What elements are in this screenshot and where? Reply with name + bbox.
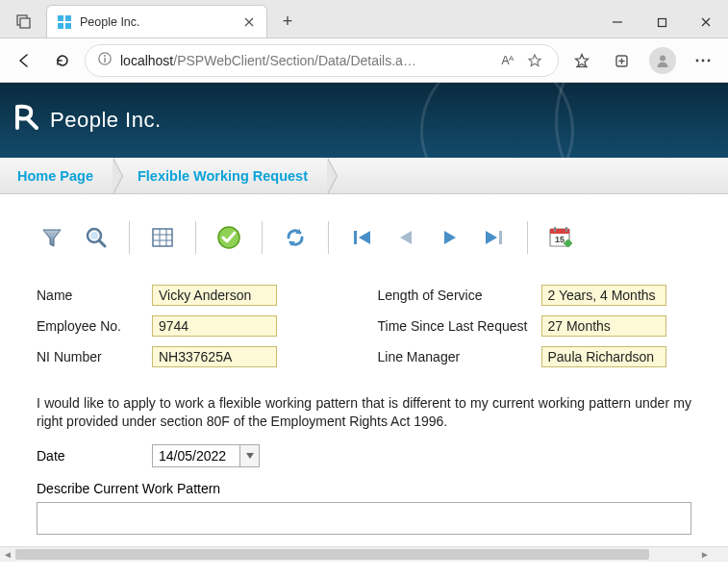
svg-rect-1 bbox=[20, 18, 30, 28]
svg-rect-2 bbox=[58, 15, 63, 21]
calendar-button[interactable]: 15 bbox=[545, 222, 576, 253]
logo-mark-icon bbox=[12, 103, 40, 138]
separator-icon bbox=[262, 221, 263, 254]
value-ni: NH337625A bbox=[152, 346, 277, 367]
refresh-data-button[interactable] bbox=[280, 222, 311, 253]
action-bar: 15 bbox=[37, 221, 691, 254]
approve-button[interactable] bbox=[213, 222, 244, 253]
svg-point-16 bbox=[708, 59, 711, 62]
app-logo: People Inc. bbox=[12, 103, 162, 138]
label-name: Name bbox=[37, 288, 152, 303]
date-input[interactable] bbox=[153, 445, 239, 466]
declaration-paragraph: I would like to apply to work a flexible… bbox=[37, 394, 691, 431]
label-employee-no: Employee No. bbox=[37, 318, 152, 334]
filter-button[interactable] bbox=[37, 222, 67, 253]
svg-point-9 bbox=[104, 55, 106, 57]
svg-rect-3 bbox=[65, 15, 71, 21]
svg-rect-4 bbox=[58, 23, 63, 29]
label-ni: NI Number bbox=[37, 349, 152, 364]
scroll-right-button[interactable]: ► bbox=[697, 547, 713, 563]
separator-icon bbox=[328, 221, 329, 254]
value-name: Vicky Anderson bbox=[152, 285, 277, 306]
svg-rect-30 bbox=[554, 227, 556, 232]
browser-tab[interactable]: People Inc. bbox=[46, 5, 267, 38]
value-los: 2 Years, 4 Months bbox=[541, 285, 666, 306]
breadcrumb-home[interactable]: Home Page bbox=[0, 158, 113, 193]
address-bar[interactable]: localhost/PSPWebClient/Section/Data/Deta… bbox=[85, 44, 559, 77]
label-los: Length of Service bbox=[378, 288, 541, 303]
label-tslr: Time Since Last Request bbox=[378, 318, 541, 334]
minimize-button[interactable] bbox=[595, 7, 640, 38]
read-aloud-button[interactable]: Aᴬ bbox=[496, 49, 519, 72]
value-manager: Paula Richardson bbox=[541, 346, 666, 367]
svg-text:15: 15 bbox=[555, 235, 565, 244]
separator-icon bbox=[195, 221, 196, 254]
page-body: 15 Name Vicky Anderson Employee No. 9744… bbox=[0, 194, 728, 560]
site-info-icon[interactable] bbox=[97, 51, 113, 69]
svg-point-15 bbox=[702, 59, 705, 62]
maximize-button[interactable] bbox=[640, 7, 684, 38]
svg-rect-27 bbox=[499, 231, 502, 244]
refresh-button[interactable] bbox=[46, 44, 79, 77]
svg-point-14 bbox=[696, 59, 699, 62]
svg-rect-7 bbox=[658, 18, 665, 26]
tab-close-button[interactable] bbox=[241, 14, 257, 30]
value-tslr: 27 Months bbox=[541, 315, 666, 337]
tab-title: People Inc. bbox=[80, 15, 140, 29]
search-button[interactable] bbox=[81, 222, 112, 253]
prev-record-button[interactable] bbox=[390, 222, 421, 253]
svg-rect-5 bbox=[65, 23, 71, 29]
last-record-button[interactable] bbox=[479, 222, 510, 253]
separator-icon bbox=[527, 221, 528, 254]
first-record-button[interactable] bbox=[346, 222, 377, 253]
grid-button[interactable] bbox=[147, 222, 178, 253]
label-date: Date bbox=[37, 448, 152, 464]
breadcrumb: Home Page Flexible Working Request bbox=[0, 158, 728, 194]
collections-button[interactable] bbox=[605, 43, 640, 78]
separator-icon bbox=[129, 221, 130, 254]
work-pattern-textarea[interactable] bbox=[37, 502, 691, 535]
scroll-thumb[interactable] bbox=[15, 549, 649, 560]
next-record-button[interactable] bbox=[435, 222, 465, 253]
date-dropdown-button[interactable] bbox=[239, 445, 259, 466]
more-button[interactable] bbox=[686, 43, 720, 78]
tab-actions-button[interactable] bbox=[8, 6, 40, 37]
favorites-button[interactable] bbox=[565, 43, 599, 78]
form-col-right: Length of Service 2 Years, 4 Months Time… bbox=[378, 285, 692, 377]
scroll-left-button[interactable]: ◄ bbox=[0, 547, 15, 563]
svg-point-18 bbox=[90, 232, 98, 239]
browser-toolbar: localhost/PSPWebClient/Section/Data/Deta… bbox=[0, 38, 728, 83]
scroll-track[interactable] bbox=[15, 547, 697, 562]
tab-well: People Inc. + bbox=[0, 5, 302, 38]
brand-name: People Inc. bbox=[50, 108, 162, 133]
favicon-icon bbox=[57, 14, 72, 30]
svg-rect-20 bbox=[153, 229, 172, 246]
favorite-button[interactable] bbox=[523, 49, 546, 72]
app-banner: People Inc. bbox=[0, 83, 728, 158]
close-window-button[interactable] bbox=[684, 7, 728, 38]
horizontal-scrollbar[interactable]: ◄ ► bbox=[0, 546, 728, 562]
back-button[interactable] bbox=[8, 44, 40, 77]
label-manager: Line Manager bbox=[378, 349, 541, 364]
new-tab-button[interactable]: + bbox=[273, 7, 302, 36]
window-controls bbox=[595, 7, 728, 38]
svg-rect-31 bbox=[565, 227, 567, 232]
svg-rect-10 bbox=[104, 58, 105, 63]
breadcrumb-current[interactable]: Flexible Working Request bbox=[113, 158, 327, 193]
form-columns: Name Vicky Anderson Employee No. 9744 NI… bbox=[27, 285, 701, 377]
svg-point-13 bbox=[660, 55, 665, 61]
address-text: localhost/PSPWebClient/Section/Data/Deta… bbox=[120, 53, 416, 68]
label-describe: Describe Current Work Pattern bbox=[27, 481, 701, 496]
browser-titlebar: People Inc. + bbox=[0, 0, 728, 38]
date-row: Date bbox=[27, 444, 701, 467]
profile-button[interactable] bbox=[645, 43, 680, 78]
page-viewport: People Inc. Home Page Flexible Working R… bbox=[0, 83, 728, 562]
value-employee-no: 9744 bbox=[152, 315, 277, 337]
svg-line-19 bbox=[99, 240, 105, 246]
date-field[interactable] bbox=[152, 444, 260, 467]
form-col-left: Name Vicky Anderson Employee No. 9744 NI… bbox=[37, 285, 351, 377]
svg-rect-26 bbox=[354, 231, 357, 244]
